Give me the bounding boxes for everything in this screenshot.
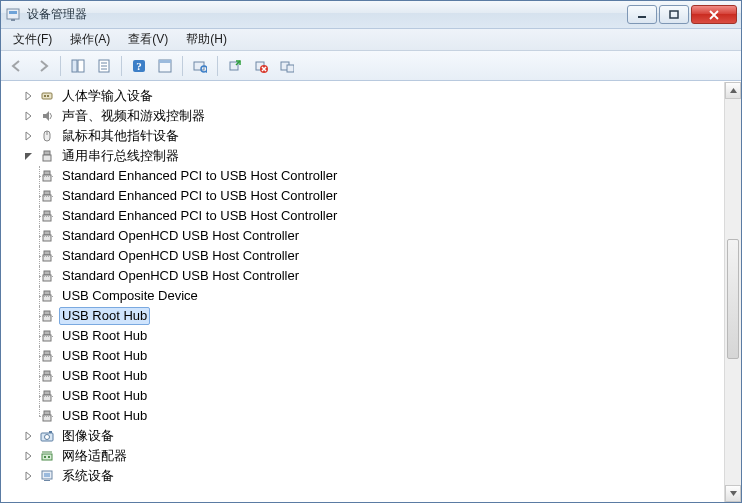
disable-button[interactable] [275,54,299,78]
scroll-down-button[interactable] [725,485,741,502]
tree-item-label: USB Root Hub [59,366,150,386]
tree-node-sound[interactable]: 声音、视频和游戏控制器 [7,106,724,126]
uninstall-button[interactable] [249,54,273,78]
tree-node-usb-device[interactable]: USB Root Hub [39,346,724,366]
window-controls [627,5,737,24]
toolbar-separator [60,56,61,76]
svg-rect-64 [44,473,50,477]
svg-rect-47 [43,335,51,341]
properties-button[interactable] [92,54,116,78]
tree-item-label: Standard Enhanced PCI to USB Host Contro… [59,186,340,206]
menu-help[interactable]: 帮助(H) [178,29,235,50]
tree-node-usb-device-icon [39,168,55,184]
tree-item-label: 网络适配器 [59,446,130,466]
tree-node-mouse-icon [39,128,55,144]
tree-node-usb-device[interactable]: Standard Enhanced PCI to USB Host Contro… [39,186,724,206]
scroll-thumb[interactable] [727,239,739,359]
svg-rect-51 [43,375,51,381]
expand-toggle[interactable] [23,450,35,462]
expand-toggle[interactable] [23,90,35,102]
menu-view[interactable]: 查看(V) [120,29,176,50]
svg-rect-30 [44,171,50,175]
svg-rect-60 [44,456,46,458]
toolbar-separator [182,56,183,76]
svg-rect-29 [43,155,51,161]
scroll-track[interactable] [725,99,741,485]
svg-rect-45 [43,315,51,321]
svg-line-17 [206,71,207,73]
tree-node-usb-device[interactable]: Standard Enhanced PCI to USB Host Contro… [39,166,724,186]
scroll-up-button[interactable] [725,82,741,99]
toolbar-separator [121,56,122,76]
show-hide-tree-button[interactable] [66,54,90,78]
svg-rect-28 [44,151,50,155]
svg-rect-24 [44,95,46,97]
svg-rect-58 [49,431,52,433]
tree-node-usb-device[interactable]: USB Root Hub [39,406,724,426]
tree-node-hid-icon [39,88,55,104]
vertical-scrollbar[interactable] [724,82,741,502]
tree-node-usb-device-icon [39,228,55,244]
svg-rect-4 [670,11,678,18]
tree-node-usb-device[interactable]: USB Root Hub [39,326,724,346]
tree-node-usb-controllers[interactable]: 通用串行总线控制器 [7,146,724,166]
tree-node-sound-icon [39,108,55,124]
expand-toggle[interactable] [23,130,35,142]
tree-node-usb-device-icon [39,248,55,264]
svg-rect-48 [44,351,50,355]
menu-file[interactable]: 文件(F) [5,29,60,50]
device-tree[interactable]: 人体学输入设备声音、视频和游戏控制器鼠标和其他指针设备通用串行总线控制器Stan… [1,82,724,502]
tree-node-system[interactable]: 系统设备 [7,466,724,486]
svg-rect-49 [43,355,51,361]
svg-rect-1 [9,11,17,14]
tree-node-usb-device-icon [39,348,55,364]
svg-rect-14 [159,60,171,63]
toolbar: ? [1,51,741,81]
collapse-toggle[interactable] [23,150,35,162]
svg-rect-40 [44,271,50,275]
tree-node-usb-device[interactable]: USB Root Hub [39,386,724,406]
tree-node-usb-device[interactable]: USB Root Hub [39,366,724,386]
tree-node-usb-device-icon [39,208,55,224]
expand-toggle[interactable] [23,430,35,442]
tree-item-label: USB Root Hub [59,307,150,325]
svg-rect-41 [43,275,51,281]
svg-rect-32 [44,191,50,195]
tree-node-usb-device[interactable]: USB Composite Device [39,286,724,306]
minimize-button[interactable] [627,5,657,24]
tree-item-label: Standard OpenHCD USB Host Controller [59,266,302,286]
maximize-button[interactable] [659,5,689,24]
close-button[interactable] [691,5,737,24]
tree-node-hid[interactable]: 人体学输入设备 [7,86,724,106]
scan-hardware-button[interactable] [188,54,212,78]
help-button[interactable]: ? [127,54,151,78]
svg-rect-53 [43,395,51,401]
menu-action[interactable]: 操作(A) [62,29,118,50]
expand-toggle[interactable] [23,470,35,482]
tree-node-usb-device[interactable]: USB Root Hub [39,306,724,326]
svg-rect-39 [43,255,51,261]
expand-toggle[interactable] [23,110,35,122]
tree-node-network[interactable]: 网络适配器 [7,446,724,466]
tree-node-usb-device[interactable]: Standard OpenHCD USB Host Controller [39,266,724,286]
tree-node-usb-device-icon [39,408,55,424]
tree-node-usb-device[interactable]: Standard OpenHCD USB Host Controller [39,246,724,266]
svg-rect-34 [44,211,50,215]
tree-node-mouse[interactable]: 鼠标和其他指针设备 [7,126,724,146]
svg-rect-61 [48,456,50,458]
update-driver-button[interactable] [223,54,247,78]
tree-item-label: Standard OpenHCD USB Host Controller [59,246,302,266]
svg-rect-31 [43,175,51,181]
tree-node-usb-device[interactable]: Standard OpenHCD USB Host Controller [39,226,724,246]
svg-rect-44 [44,311,50,315]
svg-rect-42 [44,291,50,295]
svg-rect-2 [11,19,15,21]
tree-item-label: USB Root Hub [59,326,150,346]
window-title: 设备管理器 [27,6,627,23]
tree-node-imaging[interactable]: 图像设备 [7,426,724,446]
svg-rect-22 [287,65,294,72]
tree-node-usb-device[interactable]: Standard Enhanced PCI to USB Host Contro… [39,206,724,226]
svg-rect-54 [44,411,50,415]
action-button[interactable] [153,54,177,78]
tree-item-label: Standard Enhanced PCI to USB Host Contro… [59,166,340,186]
